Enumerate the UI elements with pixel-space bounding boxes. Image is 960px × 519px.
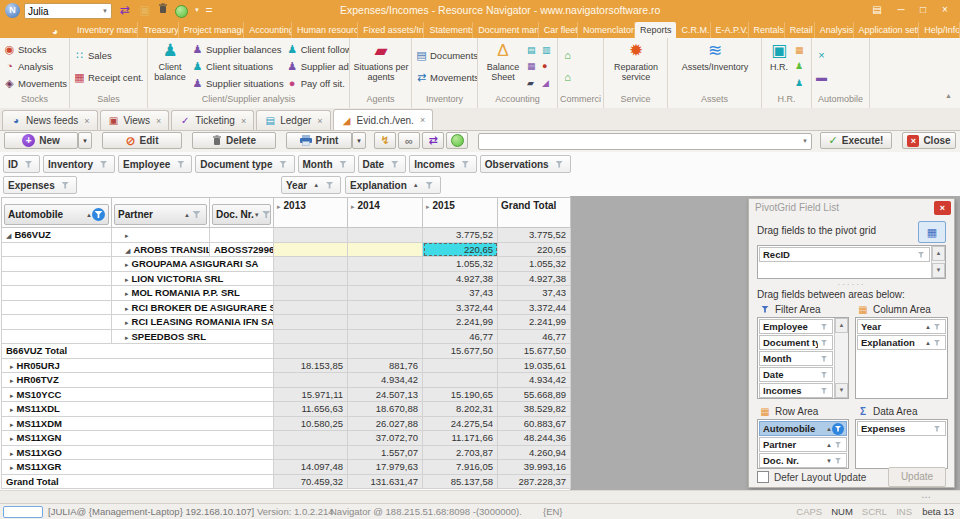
row-header-automobile[interactable]: ▸MS10YCC (2, 387, 274, 402)
doc-tab-ledger[interactable]: ▤Ledger× (256, 110, 330, 130)
supplier-situations-button[interactable]: ♟Supplier situations (190, 76, 285, 91)
filter-funnel-icon[interactable] (931, 423, 943, 435)
row-header-automobile[interactable]: ▸MS11XGR (2, 460, 274, 475)
ribbon-tab-car-fleet[interactable]: Car fleet (539, 22, 578, 38)
column-area-field-year[interactable]: Year▲ (857, 319, 946, 334)
close-tab-icon[interactable]: × (241, 116, 246, 126)
pivot-cell[interactable]: 7.916,05 (423, 460, 498, 475)
row-header-automobile[interactable]: ▸MS11XGN (2, 431, 274, 446)
filter-funnel-icon[interactable] (22, 158, 35, 171)
balance-sheet-button[interactable]: ΔBalance Sheet (480, 40, 526, 93)
pivot-cell[interactable]: 18.153,85 (274, 358, 348, 373)
pivot-cell[interactable]: 37,43 (423, 286, 498, 301)
report-combobox[interactable]: ▼ (478, 133, 812, 150)
filter-funnel-icon[interactable] (931, 337, 943, 349)
pivot-cell[interactable] (274, 445, 348, 460)
commercial-shop-2-button[interactable]: ⌂ (560, 70, 601, 85)
print-button[interactable]: Print (286, 132, 352, 149)
pivot-cell[interactable] (274, 257, 348, 272)
pivot-cell[interactable]: 70.459,32 (274, 474, 348, 489)
ribbon-tab-accounting[interactable]: Accounting (244, 22, 292, 38)
expand-icon[interactable]: ▸ (125, 232, 129, 239)
ribbon-tab-document-mana[interactable]: Document mana (473, 22, 539, 38)
client-balance-button[interactable]: ♟Client balance (150, 40, 190, 93)
row-field-doc-nr[interactable]: Doc. Nr.▼ (212, 204, 271, 225)
pivot-cell[interactable] (274, 300, 348, 315)
data-area-field-expenses[interactable]: Expenses (857, 421, 946, 436)
quick-access-combobox[interactable]: ▼ (24, 3, 112, 19)
row-area-field-doc-nr[interactable]: Doc. Nr.▼ (759, 453, 847, 468)
pivot-cell[interactable]: 3.775,52 (423, 228, 498, 243)
filter-funnel-icon[interactable] (323, 179, 336, 192)
quick-action-button[interactable]: ↯ (374, 132, 396, 149)
print-dropdown-button[interactable]: ▼ (352, 132, 366, 149)
filter-field-incomes[interactable]: Incomes (409, 155, 477, 173)
pivot-cell[interactable]: 39.993,16 (498, 460, 571, 475)
row-header-automobile[interactable]: ▸HR06TVZ (2, 373, 274, 388)
documents-button[interactable]: ▤Documents (414, 48, 475, 63)
ribbon-logo-icon[interactable]: ◕ (52, 26, 66, 37)
filter-area-field-month[interactable]: Month (759, 351, 833, 366)
scroll-down-icon[interactable]: ▼ (835, 383, 848, 398)
filter-area-field-employee[interactable]: Employee (759, 319, 833, 334)
pivot-cell[interactable]: 38.529,82 (498, 402, 571, 417)
filter-funnel-icon[interactable] (423, 179, 436, 192)
filter-funnel-icon[interactable] (97, 158, 110, 171)
analysis-button[interactable]: ◔Analysis (2, 59, 67, 74)
pivot-cell[interactable]: 11.656,63 (274, 402, 348, 417)
collapse-icon[interactable]: ◢ (6, 232, 11, 239)
filter-funnel-icon[interactable] (832, 455, 844, 467)
filter-funnel-icon[interactable] (818, 385, 830, 397)
ribbon-tab-human-resource[interactable]: Human resource (292, 22, 358, 38)
pivot-cell[interactable]: 37,43 (498, 286, 571, 301)
scroll-up-icon[interactable]: ▲ (835, 318, 848, 333)
pivot-cell[interactable] (348, 286, 423, 301)
pivot-cell[interactable] (274, 431, 348, 446)
connection-status-button[interactable] (446, 132, 468, 149)
close-tab-icon[interactable]: × (84, 116, 89, 126)
h-r-button[interactable]: ▣H.R. (764, 40, 794, 93)
acc-ledger-button[interactable]: ▥ (542, 44, 557, 57)
pivot-cell[interactable]: 46,77 (498, 329, 571, 344)
row-field-automobile[interactable]: Automobile▲ (4, 204, 109, 225)
row-header-partner[interactable]: ▸LION VICTORIA SRL (112, 271, 274, 286)
ribbon-collapse-chevron-icon[interactable]: ▲ (945, 92, 952, 99)
filter-field-month[interactable]: Month (298, 155, 355, 173)
execute-button[interactable]: ✓ Execute! (820, 132, 892, 149)
panel-splitter-handle[interactable]: ······ (749, 280, 954, 289)
close-view-button[interactable]: × Close (902, 132, 956, 149)
pivot-cell[interactable] (348, 344, 423, 359)
pivot-cell[interactable] (348, 271, 423, 286)
assets-inventory-button[interactable]: ≋Assets/Inventory (670, 40, 760, 93)
pivot-cell[interactable]: 26.027,88 (348, 416, 423, 431)
update-button[interactable]: Update (888, 467, 946, 487)
hr-person-1-button[interactable]: ♟ (795, 60, 804, 73)
pivot-cell[interactable]: 15.190,65 (423, 387, 498, 402)
minimize-icon[interactable]: ─ (890, 2, 912, 18)
pivot-cell[interactable]: 4.934,42 (498, 373, 571, 388)
refresh-button[interactable]: ⇄ (422, 132, 444, 149)
ribbon-tab-rentals[interactable]: Rentals (749, 22, 785, 38)
row-header-automobile[interactable]: ▸HR05URJ (2, 358, 274, 373)
filter-field-observations[interactable]: Observations (480, 155, 571, 173)
auto-car-button[interactable]: ▬ (814, 70, 867, 85)
hr-person-2-button[interactable]: ♟ (795, 77, 804, 90)
column-field-year[interactable]: Year▲ (281, 176, 341, 194)
close-tab-icon[interactable]: × (156, 116, 161, 126)
row-header-automobile[interactable]: ▸MS11XDL (2, 402, 274, 417)
pivot-cell[interactable] (274, 344, 348, 359)
pivot-cell[interactable]: 1.557,07 (348, 445, 423, 460)
row-header-doc[interactable]: ABOSS72996 (210, 242, 274, 257)
pivot-cell[interactable]: 3.372,44 (498, 300, 571, 315)
expand-icon[interactable]: ▸ (10, 435, 14, 442)
pivot-cell[interactable] (348, 257, 423, 272)
column-field-explanation[interactable]: Explanation▲ (345, 176, 441, 194)
filter-area-field-incomes[interactable]: Incomes (759, 383, 833, 398)
layout-grid-button[interactable]: ▦ (918, 221, 946, 243)
expand-icon[interactable]: ▸ (351, 203, 355, 210)
pivot-cell[interactable]: 131.631,47 (348, 474, 423, 489)
pivot-cell[interactable]: 10.580,25 (274, 416, 348, 431)
filter-funnel-icon[interactable] (337, 158, 350, 171)
situations-per-agents-button[interactable]: ▰Situations per agents (352, 40, 410, 93)
pivot-cell[interactable]: 4.934,42 (348, 373, 423, 388)
